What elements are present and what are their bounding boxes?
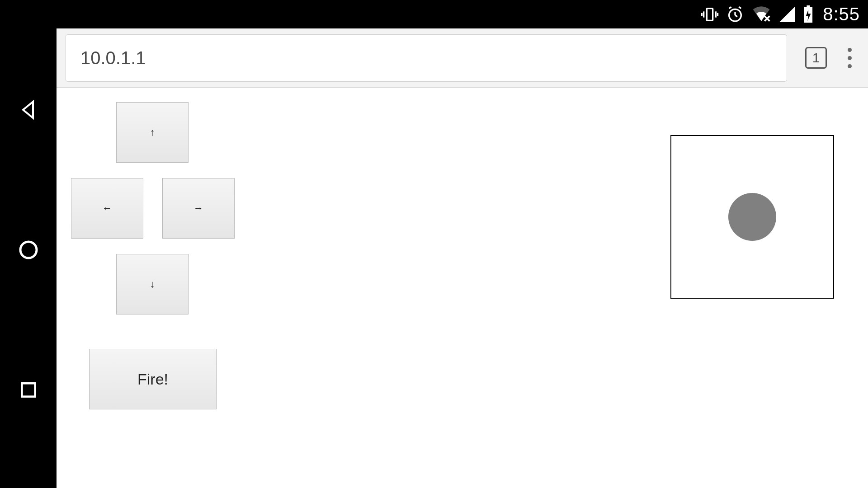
- vibrate-icon: [701, 5, 719, 23]
- url-text: 10.0.1.1: [80, 48, 146, 68]
- joystick-area[interactable]: [670, 135, 834, 299]
- svg-rect-13: [807, 5, 810, 7]
- arrow-down-icon: ↓: [150, 278, 155, 290]
- browser-menu-button[interactable]: [845, 45, 854, 71]
- tab-count-label: 1: [812, 50, 820, 66]
- nav-back-button[interactable]: [17, 99, 40, 121]
- arrow-up-icon: ↑: [150, 127, 155, 138]
- alarm-icon: [726, 5, 744, 23]
- kebab-dot-icon: [848, 64, 852, 68]
- url-input[interactable]: 10.0.1.1: [66, 34, 787, 82]
- down-button[interactable]: ↓: [116, 254, 189, 314]
- dpad-controls: ↑ ← → ↓ Fire!: [71, 102, 306, 409]
- arrow-left-icon: ←: [102, 202, 112, 214]
- kebab-dot-icon: [848, 56, 852, 60]
- svg-rect-16: [22, 383, 35, 396]
- svg-line-8: [729, 7, 731, 8]
- status-icons-group: [701, 5, 814, 23]
- arrow-right-icon: →: [193, 202, 203, 214]
- svg-line-9: [739, 7, 741, 8]
- browser-toolbar: 10.0.1.1 1: [57, 28, 868, 88]
- page-content: ↑ ← → ↓ Fire!: [57, 88, 868, 488]
- svg-rect-0: [707, 8, 712, 20]
- wifi-icon: [751, 5, 771, 23]
- up-button[interactable]: ↑: [116, 102, 189, 163]
- android-nav-bar: [0, 28, 57, 488]
- svg-line-7: [735, 15, 737, 16]
- kebab-dot-icon: [848, 48, 852, 52]
- tab-switcher-button[interactable]: 1: [805, 47, 827, 69]
- nav-home-button[interactable]: [17, 239, 40, 261]
- cell-signal-icon: [778, 6, 796, 23]
- fire-button[interactable]: Fire!: [89, 349, 217, 409]
- left-button[interactable]: ←: [71, 178, 143, 239]
- joystick-thumb[interactable]: [728, 193, 776, 241]
- nav-recent-button[interactable]: [17, 379, 40, 401]
- svg-point-15: [20, 242, 37, 258]
- android-status-bar: 8:55: [0, 0, 868, 28]
- right-button[interactable]: →: [162, 178, 235, 239]
- battery-charging-icon: [803, 5, 814, 23]
- fire-button-label: Fire!: [137, 371, 168, 388]
- status-clock: 8:55: [823, 4, 860, 24]
- browser-window: 10.0.1.1 1 ↑ ← →: [57, 28, 868, 488]
